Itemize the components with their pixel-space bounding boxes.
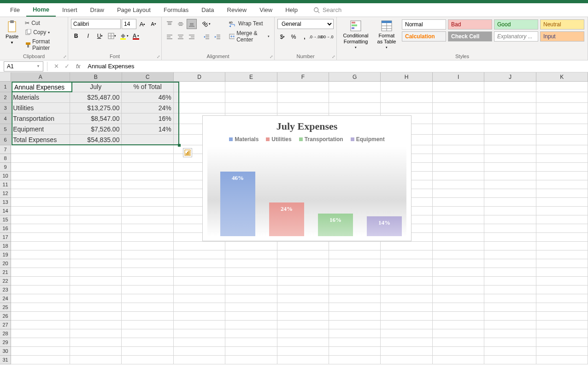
cell-A7[interactable] <box>11 145 70 154</box>
cell-B13[interactable] <box>70 198 122 207</box>
cell-K2[interactable] <box>536 92 588 103</box>
cell-H18[interactable] <box>381 242 432 250</box>
cell-D22[interactable] <box>174 277 225 286</box>
cell-I29[interactable] <box>433 338 484 347</box>
cell-B18[interactable] <box>70 242 122 250</box>
fill-color-button[interactable]: ▾ <box>119 31 129 41</box>
cell-E21[interactable] <box>225 268 277 277</box>
cell-K27[interactable] <box>536 321 588 329</box>
cell-G25[interactable] <box>329 303 381 312</box>
cell-I7[interactable] <box>433 145 484 154</box>
cell-H31[interactable] <box>381 356 432 364</box>
style-input[interactable]: Input <box>540 31 584 42</box>
cell-I28[interactable] <box>433 329 484 338</box>
cell-B9[interactable] <box>70 163 122 172</box>
cell-B6[interactable]: $54,835.00 <box>70 135 122 145</box>
cell-B27[interactable] <box>70 321 122 329</box>
cell-K13[interactable] <box>536 198 588 207</box>
cell-C2[interactable]: 46% <box>122 92 173 103</box>
cell-J5[interactable] <box>484 124 536 135</box>
cell-C24[interactable] <box>122 294 173 303</box>
cell-B22[interactable] <box>70 277 122 286</box>
cell-A25[interactable] <box>11 303 70 312</box>
cell-C5[interactable]: 14% <box>122 124 173 135</box>
tab-view[interactable]: View <box>253 4 279 16</box>
row-header-2[interactable]: 2 <box>0 92 11 103</box>
tab-review[interactable]: Review <box>221 4 253 16</box>
conditional-formatting-button[interactable]: Conditional Formatting▾ <box>340 19 372 51</box>
cell-G18[interactable] <box>329 242 381 250</box>
cell-C21[interactable] <box>122 268 173 277</box>
row-header-17[interactable]: 17 <box>0 233 11 242</box>
cell-H27[interactable] <box>381 321 432 329</box>
cell-B17[interactable] <box>70 233 122 242</box>
align-middle-button[interactable] <box>176 19 186 29</box>
cell-J7[interactable] <box>484 145 536 154</box>
cell-H1[interactable] <box>381 82 432 92</box>
cell-A28[interactable] <box>11 329 70 338</box>
cell-A31[interactable] <box>11 356 70 364</box>
font-name-select[interactable] <box>71 19 121 29</box>
row-header-18[interactable]: 18 <box>0 242 11 250</box>
cell-H2[interactable] <box>381 92 432 103</box>
cell-E3[interactable] <box>225 103 277 113</box>
cell-C26[interactable] <box>122 312 173 321</box>
cell-C17[interactable] <box>122 233 173 242</box>
tab-insert[interactable]: Insert <box>56 4 84 16</box>
cell-D23[interactable] <box>174 286 225 294</box>
cell-C14[interactable] <box>122 207 173 215</box>
cell-B11[interactable] <box>70 180 122 189</box>
cell-A12[interactable] <box>11 189 70 198</box>
cell-K10[interactable] <box>536 172 588 180</box>
cell-D24[interactable] <box>174 294 225 303</box>
cell-H28[interactable] <box>381 329 432 338</box>
cell-A19[interactable] <box>11 250 70 259</box>
cell-I8[interactable] <box>433 154 484 163</box>
cell-D26[interactable] <box>174 312 225 321</box>
cell-E26[interactable] <box>225 312 277 321</box>
wrap-text-button[interactable]: ab Wrap Text <box>227 19 271 28</box>
format-painter-button[interactable]: Format Painter <box>23 37 65 52</box>
cell-C31[interactable] <box>122 356 173 364</box>
cell-I1[interactable] <box>433 82 484 92</box>
cell-D2[interactable] <box>174 92 225 103</box>
cell-C11[interactable] <box>122 180 173 189</box>
row-header-15[interactable]: 15 <box>0 215 11 224</box>
cell-B20[interactable] <box>70 259 122 268</box>
cell-J1[interactable] <box>484 82 536 92</box>
align-center-button[interactable] <box>176 32 186 42</box>
row-header-8[interactable]: 8 <box>0 154 11 163</box>
cell-G30[interactable] <box>329 347 381 356</box>
cell-K1[interactable] <box>536 82 588 92</box>
cell-J19[interactable] <box>484 250 536 259</box>
cell-A9[interactable] <box>11 163 70 172</box>
cell-I6[interactable] <box>433 135 484 145</box>
clipboard-launcher[interactable]: ⤢ <box>63 54 67 59</box>
cell-J27[interactable] <box>484 321 536 329</box>
cell-A27[interactable] <box>11 321 70 329</box>
cell-C22[interactable] <box>122 277 173 286</box>
row-header-12[interactable]: 12 <box>0 189 11 198</box>
number-launcher[interactable]: ⤢ <box>332 54 335 59</box>
name-box[interactable]: A1 ▼ <box>4 61 43 71</box>
cell-I20[interactable] <box>433 259 484 268</box>
cell-K9[interactable] <box>536 163 588 172</box>
cell-E20[interactable] <box>225 259 277 268</box>
align-left-button[interactable] <box>165 32 175 42</box>
cell-C15[interactable] <box>122 215 173 224</box>
increase-font-button[interactable]: A▴ <box>137 19 147 29</box>
cell-E29[interactable] <box>225 338 277 347</box>
cell-E18[interactable] <box>225 242 277 250</box>
cell-G20[interactable] <box>329 259 381 268</box>
increase-decimal-button[interactable]: .0→.00 <box>311 32 321 42</box>
row-header-20[interactable]: 20 <box>0 259 11 268</box>
cell-B10[interactable] <box>70 172 122 180</box>
cell-C10[interactable] <box>122 172 173 180</box>
cell-H26[interactable] <box>381 312 432 321</box>
row-header-26[interactable]: 26 <box>0 312 11 321</box>
cell-J29[interactable] <box>484 338 536 347</box>
cell-A29[interactable] <box>11 338 70 347</box>
italic-button[interactable]: I <box>83 31 93 41</box>
col-header-B[interactable]: B <box>70 72 122 81</box>
cell-C13[interactable] <box>122 198 173 207</box>
